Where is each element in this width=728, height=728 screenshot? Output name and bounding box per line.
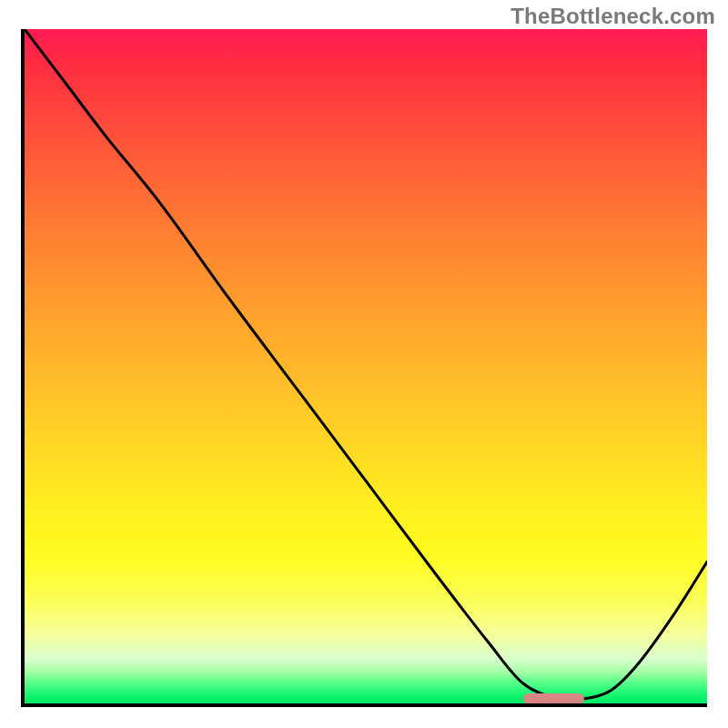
plot-area bbox=[21, 29, 707, 707]
chart-container: TheBottleneck.com bbox=[0, 0, 728, 728]
watermark-text: TheBottleneck.com bbox=[511, 4, 715, 29]
bottleneck-curve bbox=[25, 29, 707, 701]
bottleneck-curve-layer bbox=[25, 29, 707, 703]
sweet-spot-marker bbox=[523, 693, 585, 704]
